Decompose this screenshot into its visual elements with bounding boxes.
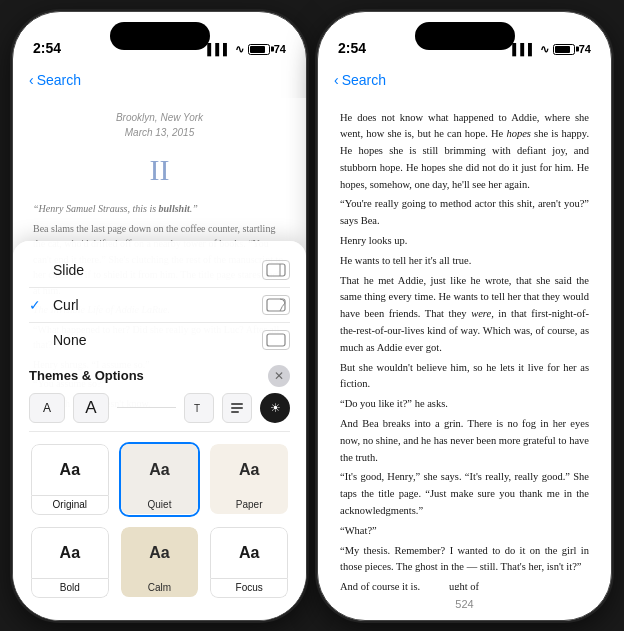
signal-icon: ▌▌▌ [207, 43, 230, 55]
nav-bar-left: ‹ Search [13, 62, 306, 98]
chevron-left-icon: ‹ [29, 72, 34, 88]
font-decrease-button[interactable]: A [29, 393, 65, 423]
back-button-left[interactable]: ‹ Search [29, 72, 81, 88]
none-label: None [53, 332, 86, 348]
book-para: “It's good, Henry,” she says. “It's real… [340, 469, 589, 519]
svg-rect-6 [231, 407, 243, 409]
layout-button[interactable] [222, 393, 252, 423]
battery-percent: 74 [274, 43, 286, 55]
status-icons-left: ▌▌▌ ∿ 74 [207, 43, 286, 56]
nav-bar-right: ‹ Search [318, 62, 611, 98]
book-para: But she wouldn't believe him, so he lets… [340, 360, 589, 394]
theme-quiet-label: Quiet [121, 496, 199, 514]
book-para: He wants to tell her it's all true. [340, 253, 589, 270]
status-icons-right: ▌▌▌ ∿ 74 [512, 43, 591, 56]
wifi-icon: ∿ [235, 43, 244, 56]
theme-bold[interactable]: Aa Bold [29, 525, 111, 600]
book-para: He does not know what happened to Addie,… [340, 110, 589, 194]
battery-percent-right: 74 [579, 43, 591, 55]
slide-icon [262, 260, 290, 280]
theme-paper-label: Paper [210, 496, 288, 514]
theme-original-preview: Aa [31, 444, 109, 496]
dynamic-island-right [415, 22, 515, 50]
sun-icon: ☀ [270, 401, 281, 415]
phone-left: 2:54 ▌▌▌ ∿ 74 ‹ Search Brooklyn, New Yor… [12, 11, 307, 621]
theme-focus-label: Focus [210, 579, 288, 598]
book-para: “My thesis. Remember? I wanted to do it … [340, 543, 589, 577]
theme-focus-preview: Aa [210, 527, 288, 579]
book-para: And of course it is. ught of [340, 579, 589, 589]
time-left: 2:54 [33, 40, 61, 56]
svg-rect-7 [231, 411, 239, 413]
active-checkmark-icon: ✓ [29, 297, 45, 313]
book-content-right: He does not know what happened to Addie,… [318, 98, 611, 590]
book-para: “You're really going to method actor thi… [340, 196, 589, 230]
phone-right: 2:54 ▌▌▌ ∿ 74 ‹ Search He does not know … [317, 11, 612, 621]
time-right: 2:54 [338, 40, 366, 56]
theme-focus[interactable]: Aa Focus [208, 525, 290, 600]
theme-quiet[interactable]: Aa Quiet [119, 442, 201, 517]
font-style-button[interactable]: T [184, 393, 214, 423]
slide-option-curl[interactable]: ✓ Curl [29, 288, 290, 323]
theme-calm[interactable]: Aa Calm [119, 525, 201, 600]
overlay-panel: Slide ✓ Curl [13, 241, 306, 620]
book-para: “What?” [340, 523, 589, 540]
slide-option-none[interactable]: None [29, 323, 290, 357]
signal-icon-right: ▌▌▌ [512, 43, 535, 55]
chevron-left-icon-right: ‹ [334, 72, 339, 88]
dynamic-island [110, 22, 210, 50]
battery-icon-right [553, 44, 575, 55]
themes-grid: Aa Original Aa Quiet Aa Paper Aa Bold Aa [29, 442, 290, 600]
theme-original-label: Original [31, 496, 109, 515]
svg-rect-5 [231, 403, 243, 405]
themes-header: Themes & Options ✕ [29, 365, 290, 387]
brightness-button[interactable]: ☀ [260, 393, 290, 423]
slide-option-slide[interactable]: Slide [29, 253, 290, 288]
themes-title: Themes & Options [29, 368, 144, 383]
separator [117, 407, 176, 408]
page-number: 524 [455, 598, 473, 610]
theme-calm-preview: Aa [121, 527, 199, 579]
close-button[interactable]: ✕ [268, 365, 290, 387]
slide-options: Slide ✓ Curl [29, 253, 290, 357]
svg-text:T: T [194, 403, 200, 414]
wifi-icon-right: ∿ [540, 43, 549, 56]
theme-bold-preview: Aa [31, 527, 109, 579]
theme-bold-label: Bold [31, 579, 109, 598]
theme-original[interactable]: Aa Original [29, 442, 111, 517]
book-para: That he met Addie, just like he wrote, t… [340, 273, 589, 357]
theme-calm-label: Calm [121, 579, 199, 597]
theme-paper[interactable]: Aa Paper [208, 442, 290, 517]
svg-rect-3 [267, 334, 285, 346]
curl-icon [262, 295, 290, 315]
none-icon [262, 330, 290, 350]
font-controls: A A T ☀ [29, 393, 290, 432]
svg-rect-0 [267, 264, 285, 276]
curl-label: Curl [53, 297, 79, 313]
back-button-right[interactable]: ‹ Search [334, 72, 386, 88]
svg-rect-2 [267, 299, 285, 311]
slide-label: Slide [53, 262, 84, 278]
theme-paper-preview: Aa [210, 444, 288, 496]
battery-icon [248, 44, 270, 55]
font-increase-button[interactable]: A [73, 393, 109, 423]
book-para: “Do you like it?” he asks. [340, 396, 589, 413]
book-para: Henry looks up. [340, 233, 589, 250]
book-para: And Bea breaks into a grin. There is no … [340, 416, 589, 466]
theme-quiet-preview: Aa [121, 444, 199, 496]
